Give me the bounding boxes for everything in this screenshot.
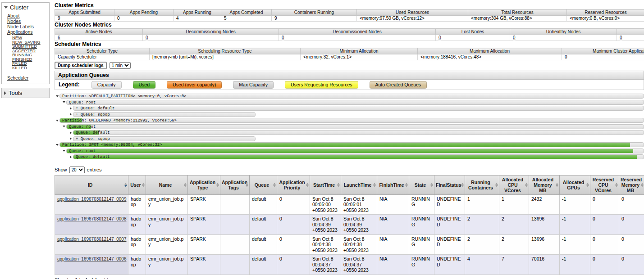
column-header-id[interactable]: ID	[55, 175, 128, 194]
queue-node-label: Queue: root	[69, 125, 96, 129]
application-cell	[220, 215, 250, 235]
sort-down-arrow-icon	[373, 185, 376, 187]
tree-collapse-icon[interactable]	[56, 120, 59, 122]
application-cell: 70016	[529, 255, 560, 275]
sidebar-link-about[interactable]: About	[7, 13, 19, 18]
column-header-launchtime[interactable]: LaunchTime	[341, 175, 377, 194]
tree-collapse-icon[interactable]	[63, 150, 65, 152]
node-metric-value-link-4[interactable]: 0	[513, 35, 516, 40]
cluster-links: AboutNodesNode LabelsApplicationsNEWNEW_…	[2, 12, 49, 71]
column-header-allocated-memory-mb[interactable]: Allocated Memory MB	[529, 175, 560, 194]
node-metric-header-rebooted-nodes: Rebooted Nodes	[617, 29, 644, 35]
column-header-finalstatus[interactable]: FinalStatus	[434, 175, 465, 194]
node-metric-value-link-3[interactable]: 0	[438, 35, 441, 40]
dump-scheduler-logs-button[interactable]: Dump scheduler logs	[55, 62, 107, 69]
sort-icon	[641, 183, 644, 187]
application-cell: 2432	[529, 194, 560, 215]
node-metric-value-link-1[interactable]: 0	[146, 35, 148, 40]
sort-icon	[246, 183, 248, 187]
queue-bar-track: Partition: <DEFAULT_PARTITION> <memory:0…	[59, 94, 644, 99]
column-header-application-tags[interactable]: Application Tags	[220, 175, 250, 194]
queue-tree-node[interactable]: Partition: ON_DEMAND <memory:212992, vCo…	[55, 117, 644, 124]
application-cell: -1	[560, 215, 590, 235]
sidebar-link-nodes[interactable]: Nodes	[7, 18, 21, 24]
column-header-reserved-cpu-vcores[interactable]: Reserved CPU VCores	[590, 175, 619, 194]
node-metric-value-link-2[interactable]: 0	[282, 35, 284, 40]
application-cell: hadoop	[128, 194, 146, 215]
queue-tree-node[interactable]: Queue: default	[55, 154, 644, 160]
queue-bar-track: Queue: root	[66, 124, 644, 129]
queue-tree-node[interactable]: Queue: root	[55, 124, 644, 130]
tree-expand-icon[interactable]	[70, 107, 72, 110]
queue-tree-node[interactable]: Partition: SPOT <memory:98304, vCores:32…	[55, 142, 644, 148]
tree-expand-icon[interactable]	[70, 113, 72, 116]
node-metric-value-link-5[interactable]: 0	[620, 35, 622, 40]
queue-tree-node[interactable]: Queue: root	[55, 148, 644, 154]
column-header-starttime[interactable]: StartTime	[310, 175, 341, 194]
tree-collapse-icon[interactable]	[56, 95, 59, 97]
page-size-select[interactable]: 20	[69, 166, 85, 173]
column-header-name[interactable]: Name	[146, 175, 188, 194]
sort-down-arrow-icon	[306, 185, 309, 187]
application-link[interactable]: application_1696703012147_0009	[57, 197, 126, 202]
tree-expand-icon[interactable]	[70, 131, 72, 134]
queue-node-label: Queue: root	[69, 149, 96, 153]
sort-down-arrow-icon	[184, 185, 187, 187]
cluster-section-toggle[interactable]: Cluster	[2, 3, 49, 12]
yarn-rm-scheduler-page: Cluster AboutNodesNode LabelsApplication…	[0, 0, 644, 279]
sidebar-link-killed[interactable]: KILLED	[12, 65, 27, 70]
queue-capacity-bar: + Queue: default	[73, 106, 644, 111]
column-header-application-type[interactable]: Application Type	[188, 175, 220, 194]
scheduler-metrics-wrap: Scheduler TypeScheduling Resource TypeMi…	[55, 48, 644, 61]
queue-tree-node[interactable]: Queue: default	[55, 130, 644, 136]
queue-node-label: Queue: default	[76, 130, 110, 135]
queue-capacity-bar: Queue: root	[66, 124, 644, 129]
column-header-allocated-gpus[interactable]: Allocated GPUs	[560, 175, 590, 194]
log-interval-select[interactable]: 1 min	[110, 62, 131, 69]
column-header-application-priority[interactable]: Application Priority	[277, 175, 310, 194]
tree-expand-icon[interactable]	[70, 156, 72, 158]
column-header-label: ID	[88, 182, 93, 188]
queue-tree-node[interactable]: + Queue: sqoop	[55, 136, 644, 142]
node-metric-value-link-0[interactable]: 6	[58, 35, 60, 40]
column-header-state[interactable]: State	[409, 175, 434, 194]
queue-tree-node[interactable]: + Queue: default	[55, 105, 644, 112]
column-header-allocated-cpu-vcores[interactable]: Allocated CPU VCores	[499, 175, 529, 194]
application-row: application_1696703012147_0008hadoopemr_…	[55, 215, 644, 235]
sort-icon	[184, 183, 187, 187]
queue-tree-node[interactable]: Queue: root	[55, 99, 644, 106]
application-link[interactable]: application_1696703012147_0007	[57, 237, 126, 242]
sidebar-link-applications[interactable]: Applications	[7, 29, 33, 35]
application-cell: 0	[619, 194, 644, 215]
tree-expand-icon[interactable]	[70, 137, 72, 140]
sort-icon	[430, 183, 433, 187]
tree-collapse-icon[interactable]	[56, 144, 59, 146]
queue-node-label: + Queue: sqoop	[76, 112, 110, 117]
sort-down-arrow-icon	[556, 185, 558, 187]
application-link[interactable]: application_1696703012147_0006	[57, 256, 126, 261]
column-header-finishtime[interactable]: FinishTime	[377, 175, 409, 194]
application-link[interactable]: application_1696703012147_0008	[57, 216, 126, 221]
tree-collapse-icon[interactable]	[63, 101, 65, 103]
tools-section-toggle[interactable]: Tools	[2, 88, 49, 98]
column-header-running-containers[interactable]: Running Containers	[465, 175, 499, 194]
tree-collapse-icon[interactable]	[63, 126, 65, 127]
column-header-label: Name	[159, 182, 172, 188]
application-cell: 1	[499, 194, 529, 215]
column-header-user[interactable]: User	[128, 175, 146, 194]
application-cell: hadoop	[128, 234, 146, 255]
column-header-label: StartTime	[313, 182, 335, 188]
node-metric-header-decommissioned-nodes: Decommissioned Nodes	[279, 29, 436, 35]
sort-icon	[615, 183, 618, 187]
sidebar-link-scheduler[interactable]: Scheduler	[7, 75, 28, 81]
cluster-section-title: Cluster	[10, 4, 28, 11]
cluster-nodes-metrics-table: Active NodesDecommissioning NodesDecommi…	[55, 28, 644, 41]
sidebar-link-node-labels[interactable]: Node Labels	[7, 24, 34, 29]
column-header-reserved-memory-mb[interactable]: Reserved Memory MB	[619, 175, 644, 194]
cluster-metric-value-1: 0	[114, 16, 174, 22]
column-header-queue[interactable]: Queue	[250, 175, 277, 194]
page-size-control: Show 20 entries	[55, 166, 644, 173]
queue-tree-node[interactable]: + Queue: sqoop	[55, 112, 644, 118]
sort-down-arrow-icon	[525, 185, 528, 187]
queue-tree-node[interactable]: Partition: <DEFAULT_PARTITION> <memory:0…	[55, 93, 644, 99]
